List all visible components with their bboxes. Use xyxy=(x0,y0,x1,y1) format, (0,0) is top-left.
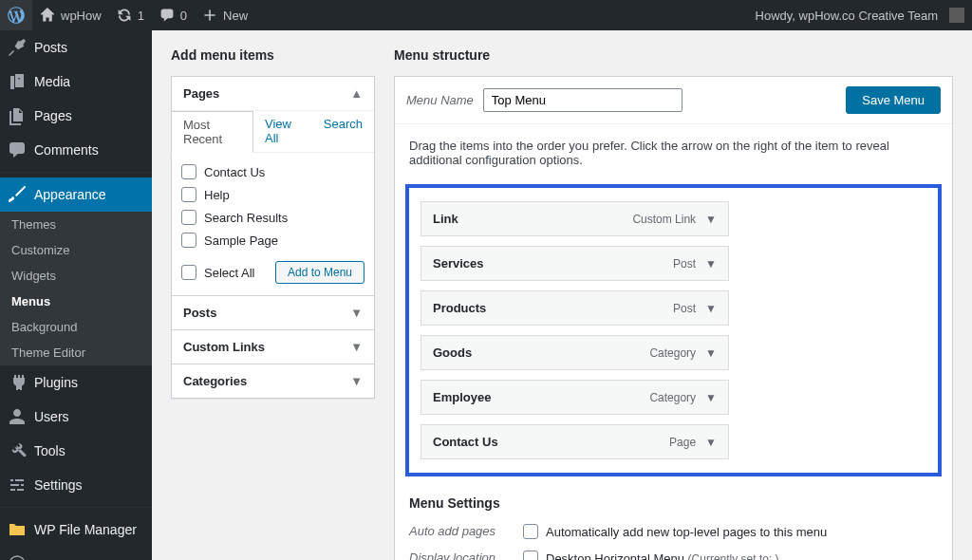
pages-metabox: Pages ▲ Most Recent View All Search Cont… xyxy=(171,76,375,296)
updates-link[interactable]: 1 xyxy=(109,0,152,30)
menu-item-title: Contact Us xyxy=(433,435,498,449)
site-link[interactable]: wpHow xyxy=(32,0,109,30)
checkbox[interactable] xyxy=(181,210,196,225)
chevron-down-icon: ▼ xyxy=(350,306,363,320)
page-option[interactable]: Sample Page xyxy=(181,229,364,252)
subitem-menus[interactable]: Menus xyxy=(0,289,152,314)
save-menu-button[interactable]: Save Menu xyxy=(846,86,941,114)
comments-count: 0 xyxy=(180,9,187,23)
add-to-menu-button[interactable]: Add to Menu xyxy=(275,261,364,284)
appearance-submenu: Themes Customize Widgets Menus Backgroun… xyxy=(0,212,152,365)
home-icon xyxy=(40,8,55,23)
menu-item[interactable]: EmployeeCategory▼ xyxy=(421,380,729,415)
categories-metabox: Categories ▼ xyxy=(171,364,375,399)
sidebar-item-appearance[interactable]: Appearance xyxy=(0,177,152,212)
chevron-down-icon: ▼ xyxy=(350,374,363,388)
menu-item-type: Post xyxy=(673,302,696,315)
plug-icon xyxy=(8,373,27,392)
sidebar-item-tools[interactable]: Tools xyxy=(0,434,152,468)
avatar xyxy=(949,8,964,23)
menu-item[interactable]: GoodsCategory▼ xyxy=(421,335,729,370)
checkbox[interactable] xyxy=(181,233,196,248)
sidebar-item-settings[interactable]: Settings xyxy=(0,468,152,502)
plus-icon xyxy=(202,8,217,23)
menu-item-title: Link xyxy=(433,212,458,226)
chevron-down-icon: ▼ xyxy=(350,340,363,354)
menu-item-type: Category xyxy=(649,346,696,360)
pin-icon xyxy=(8,38,27,57)
checkbox[interactable] xyxy=(523,524,538,539)
menu-item-title: Goods xyxy=(433,345,472,360)
menu-name-input[interactable] xyxy=(483,88,682,112)
auto-add-option[interactable]: Automatically add new top-level pages to… xyxy=(523,522,827,541)
site-name: wpHow xyxy=(61,9,102,23)
chevron-down-icon[interactable]: ▼ xyxy=(705,346,717,360)
menu-item-type: Page xyxy=(669,436,696,449)
page-option[interactable]: Help xyxy=(181,183,364,206)
new-content[interactable]: New xyxy=(195,0,255,30)
chevron-down-icon[interactable]: ▼ xyxy=(705,257,717,271)
posts-metabox: Posts ▼ xyxy=(171,296,375,330)
sidebar-item-users[interactable]: Users xyxy=(0,400,152,434)
svg-point-0 xyxy=(9,556,25,560)
media-icon xyxy=(8,72,27,91)
categories-toggle[interactable]: Categories ▼ xyxy=(172,364,374,398)
menu-item-title: Products xyxy=(433,301,486,315)
menu-item[interactable]: LinkCustom Link▼ xyxy=(421,201,729,236)
subitem-theme-editor[interactable]: Theme Editor xyxy=(0,340,152,365)
checkbox[interactable] xyxy=(181,187,196,202)
users-icon xyxy=(8,407,27,426)
subitem-widgets[interactable]: Widgets xyxy=(0,263,152,289)
subitem-background[interactable]: Background xyxy=(0,314,152,340)
sidebar-item-wp-file-manager[interactable]: WP File Manager xyxy=(0,513,152,547)
comment-icon xyxy=(159,8,175,23)
menu-name-label: Menu Name xyxy=(406,93,474,107)
sidebar-item-media[interactable]: Media xyxy=(0,65,152,99)
location-option[interactable]: Desktop Horizontal Menu (Currently set t… xyxy=(523,549,779,560)
sidebar-item-plugins[interactable]: Plugins xyxy=(0,365,152,400)
pages-tabs: Most Recent View All Search xyxy=(172,111,374,153)
menu-settings-heading: Menu Settings xyxy=(409,495,938,511)
wordpress-icon xyxy=(8,7,25,24)
menu-item-title: Services xyxy=(433,256,484,271)
menu-item[interactable]: ServicesPost▼ xyxy=(421,246,729,281)
my-account[interactable]: Howdy, wpHow.co Creative Team xyxy=(748,0,972,30)
menu-item[interactable]: Contact UsPage▼ xyxy=(421,424,729,459)
chevron-down-icon[interactable]: ▼ xyxy=(705,436,717,449)
sidebar-item-posts[interactable]: Posts xyxy=(0,30,152,65)
chevron-down-icon[interactable]: ▼ xyxy=(705,391,717,404)
page-option[interactable]: Search Results xyxy=(181,206,364,229)
chevron-down-icon[interactable]: ▼ xyxy=(705,213,717,226)
select-all[interactable]: Select All xyxy=(181,265,254,280)
menu-item[interactable]: ProductsPost▼ xyxy=(421,290,729,326)
pages-toggle[interactable]: Pages ▲ xyxy=(172,77,374,110)
add-items-heading: Add menu items xyxy=(171,47,375,63)
chevron-up-icon: ▲ xyxy=(350,86,363,101)
sidebar-collapse[interactable]: Collapse menu xyxy=(0,547,152,560)
tab-view-all[interactable]: View All xyxy=(253,111,312,152)
admin-toolbar: wpHow 1 0 New Howdy, wpHow.co Creative T… xyxy=(0,0,972,30)
subitem-themes[interactable]: Themes xyxy=(0,212,152,237)
checkbox[interactable] xyxy=(181,265,196,280)
pages-list: Contact Us Help Search Results Sample Pa… xyxy=(181,160,364,252)
wp-logo[interactable] xyxy=(0,0,32,30)
checkbox[interactable] xyxy=(181,164,196,179)
display-location-label: Display location xyxy=(409,549,523,560)
chevron-down-icon[interactable]: ▼ xyxy=(705,302,717,315)
comments-link[interactable]: 0 xyxy=(152,0,195,30)
folder-icon xyxy=(8,520,27,539)
custom-links-toggle[interactable]: Custom Links ▼ xyxy=(172,330,374,364)
posts-toggle[interactable]: Posts ▼ xyxy=(172,296,374,329)
menu-edit-panel: Menu Name Save Menu Drag the items into … xyxy=(394,76,953,560)
custom-links-metabox: Custom Links ▼ xyxy=(171,330,375,364)
tab-most-recent[interactable]: Most Recent xyxy=(171,111,253,153)
wrench-icon xyxy=(8,441,27,460)
drag-hint: Drag the items into the order you prefer… xyxy=(409,139,938,167)
tab-search[interactable]: Search xyxy=(312,111,374,152)
sidebar-item-pages[interactable]: Pages xyxy=(0,99,152,133)
page-option[interactable]: Contact Us xyxy=(181,160,364,183)
sidebar-item-comments[interactable]: Comments xyxy=(0,133,152,167)
menu-item-type: Post xyxy=(673,257,696,271)
checkbox[interactable] xyxy=(523,551,538,560)
subitem-customize[interactable]: Customize xyxy=(0,237,152,263)
